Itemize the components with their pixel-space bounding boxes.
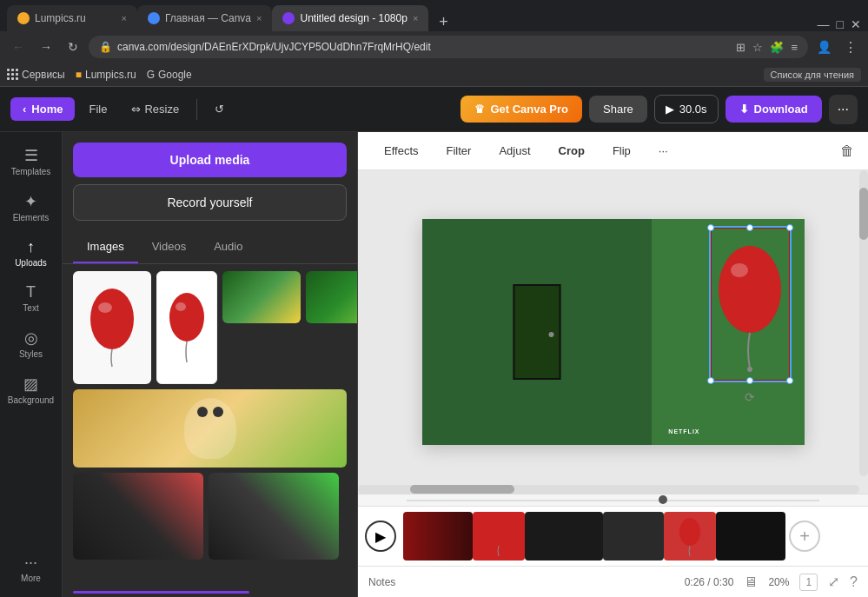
media-thumb-balloon1[interactable] <box>73 271 151 384</box>
tab-untitled[interactable]: Untitled design - 1080p × <box>272 5 428 31</box>
scroll-thumb-h[interactable] <box>410 485 514 494</box>
filter-button[interactable]: Filter <box>434 139 484 163</box>
home-button[interactable]: ‹ Home <box>10 97 75 121</box>
clip-3[interactable] <box>525 512 603 561</box>
status-bar: Notes 0:26 / 0:30 🖥 20% 1 ⤢ ? <box>358 566 868 597</box>
maximize-button[interactable]: □ <box>837 17 844 31</box>
share-button[interactable]: Share <box>589 96 647 123</box>
timeline-scrubber[interactable] <box>358 494 868 507</box>
handle-top[interactable] <box>746 224 753 231</box>
page-number[interactable]: 1 <box>799 574 818 591</box>
clip-4[interactable] <box>603 512 664 561</box>
close-window-button[interactable]: ✕ <box>851 17 861 31</box>
scrubber-head[interactable] <box>659 495 667 504</box>
scene-door <box>513 284 560 380</box>
bookmark-services[interactable]: Сервисы <box>7 69 65 81</box>
scroll-horizontal[interactable] <box>358 485 859 494</box>
undo-icon: ↺ <box>215 103 224 116</box>
canvas-content[interactable]: NETFLIX <box>422 219 805 445</box>
tab-close-canva-home[interactable]: × <box>256 13 262 23</box>
tab-close-untitled[interactable]: × <box>413 13 418 23</box>
media-thumb-nature2[interactable] <box>306 271 357 323</box>
scroll-thumb-v[interactable] <box>859 188 868 240</box>
handle-tr[interactable] <box>786 224 793 231</box>
tab-videos[interactable]: Videos <box>138 231 201 263</box>
effects-button[interactable]: Effects <box>372 139 431 163</box>
sidebar-item-templates[interactable]: ☰ Templates <box>3 139 59 183</box>
bookmark-google-label: Google <box>158 69 192 81</box>
handle-bottom[interactable] <box>746 377 753 384</box>
canva-toolbar: ‹ Home File ⇔ Resize ↺ ♛ Get Canva Pro S… <box>0 87 868 132</box>
extension2-icon[interactable]: ≡ <box>791 41 798 54</box>
profile-icon[interactable]: 👤 <box>813 36 835 57</box>
rotate-top-button[interactable]: ↻ <box>745 219 756 221</box>
bookmark-google[interactable]: G Google <box>147 69 192 81</box>
bookmark-star-icon[interactable]: ☆ <box>752 41 763 54</box>
record-yourself-button[interactable]: Record yourself <box>73 184 347 221</box>
browser-chrome: Lumpics.ru × Главная — Canva × Untitled … <box>0 0 868 87</box>
tab-images[interactable]: Images <box>73 231 138 263</box>
address-bar[interactable]: 🔒 canva.com/design/DAEnErXDrpk/UjvJCYP5O… <box>89 36 808 58</box>
sidebar-item-more[interactable]: ··· More <box>3 547 59 590</box>
media-thumb-balloon2[interactable] <box>156 271 217 384</box>
upload-media-button[interactable]: Upload media <box>73 143 347 177</box>
clip-6[interactable] <box>716 512 785 561</box>
new-tab-button[interactable]: + <box>432 13 455 31</box>
extension-icon[interactable]: 🧩 <box>770 41 784 54</box>
undo-button[interactable]: ↺ <box>204 97 235 121</box>
resize-button[interactable]: ⇔ Resize <box>121 97 189 121</box>
bookmark-lumpics[interactable]: ■ Lumpics.ru <box>76 69 136 81</box>
file-button[interactable]: File <box>78 97 117 121</box>
tab-audio[interactable]: Audio <box>200 231 256 263</box>
netflix-badge: NETFLIX <box>668 428 699 434</box>
resize-label: Resize <box>144 103 179 116</box>
panel-actions: Upload media Record yourself <box>63 132 357 231</box>
handle-br[interactable] <box>786 377 793 384</box>
minimize-button[interactable]: — <box>818 17 830 31</box>
adjust-button[interactable]: Adjust <box>487 139 542 163</box>
crop-button[interactable]: Crop <box>547 139 597 163</box>
sidebar-item-text[interactable]: T Text <box>3 276 59 320</box>
media-thumb-mask1[interactable] <box>73 473 203 560</box>
more-tools-button[interactable]: ··· <box>646 139 680 163</box>
more-options-button[interactable]: ··· <box>829 95 858 124</box>
add-clip-button[interactable]: + <box>789 521 820 552</box>
get-pro-button[interactable]: ♛ Get Canva Pro <box>461 96 582 123</box>
handle-bl[interactable] <box>707 377 714 384</box>
sidebar-item-uploads[interactable]: ↑ Uploads <box>3 231 59 275</box>
chrome-menu-icon[interactable]: ⋮ <box>840 36 861 59</box>
monitor-icon[interactable]: 🖥 <box>744 574 758 590</box>
play-timeline-button[interactable]: ▶ <box>365 521 396 552</box>
play-button[interactable]: ▶ 30.0s <box>654 95 719 123</box>
scroll-vertical[interactable] <box>859 170 868 476</box>
help-icon[interactable]: ? <box>850 574 858 590</box>
media-thumb-mask2[interactable] <box>209 473 339 560</box>
flip-button[interactable]: Flip <box>600 139 643 163</box>
rotate-bottom-button[interactable]: ⟳ <box>745 390 755 404</box>
clip-2[interactable] <box>473 512 525 561</box>
translate-icon[interactable]: ⊞ <box>736 41 745 54</box>
clip-5[interactable] <box>664 512 716 561</box>
sidebar-item-background[interactable]: ▨ Background <box>3 368 59 412</box>
handle-tl[interactable] <box>707 224 714 231</box>
media-thumb-nature1[interactable] <box>222 271 301 323</box>
media-thumb-dog[interactable] <box>73 389 347 468</box>
balloon-selection-container[interactable]: ↻ ⟳ <box>709 226 792 382</box>
scene-bg-left <box>422 219 652 445</box>
sidebar-item-styles[interactable]: ◎ Styles <box>3 322 59 366</box>
file-label: File <box>89 103 107 116</box>
tab-close-lumpics[interactable]: × <box>122 13 127 23</box>
grid-icon <box>7 69 18 80</box>
fullscreen-icon[interactable]: ⤢ <box>828 574 839 590</box>
notes-label[interactable]: Notes <box>368 576 395 588</box>
download-button[interactable]: ⬇ Download <box>726 96 822 123</box>
reading-list-button[interactable]: Список для чтения <box>764 68 861 82</box>
back-button[interactable]: ← <box>7 36 30 57</box>
tab-canva-home[interactable]: Главная — Canva × <box>137 5 272 31</box>
sidebar-item-elements[interactable]: ✦ Elements <box>3 185 59 229</box>
tab-lumpics[interactable]: Lumpics.ru × <box>7 5 137 31</box>
forward-button[interactable]: → <box>35 36 57 57</box>
refresh-button[interactable]: ↻ <box>63 36 83 57</box>
clip-1[interactable] <box>403 512 473 561</box>
delete-button[interactable]: 🗑 <box>840 143 854 159</box>
